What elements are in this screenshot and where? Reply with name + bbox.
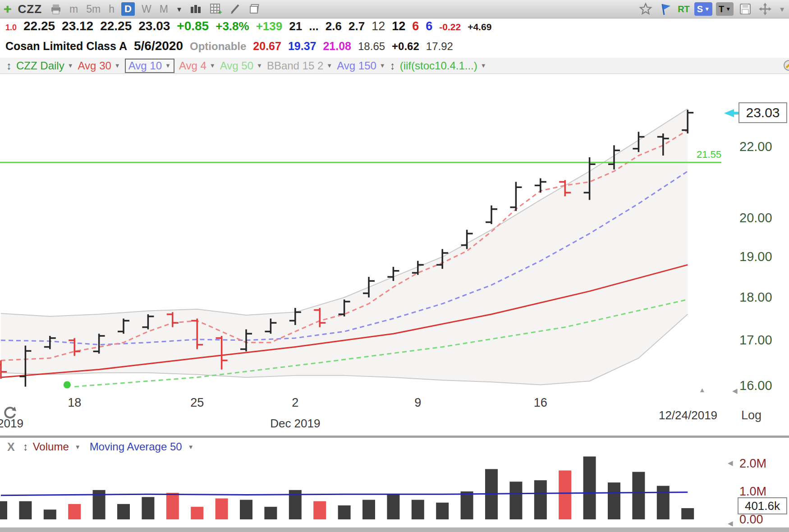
volume-last-value-badge: 401.6k <box>738 497 787 514</box>
volume-bar-11 <box>264 507 277 519</box>
volume-bar-23 <box>559 471 571 520</box>
volume-ma-label[interactable]: Moving Average 50 <box>90 440 182 453</box>
volume-scale-marker-bottom-icon[interactable]: ◀ <box>728 519 733 527</box>
volume-bar-6 <box>142 497 154 519</box>
ohlc-bar-12/16 <box>535 178 546 193</box>
volume-bar-26 <box>632 472 645 519</box>
volume-bar-5 <box>117 504 130 519</box>
volume-bar-18 <box>436 503 449 519</box>
pane-divider[interactable] <box>0 436 789 438</box>
resize-pane-icon[interactable]: ↕ <box>23 440 28 453</box>
volume-bar-16 <box>387 494 399 519</box>
scroll-left-marker-icon[interactable]: ◀ <box>732 387 738 395</box>
volume-bar-13 <box>313 501 326 519</box>
volume-bar-17 <box>412 500 424 519</box>
refresh-icon[interactable] <box>3 405 18 420</box>
last-price-marker-icon <box>724 108 739 118</box>
volume-bar-28 <box>681 508 694 519</box>
volume-bar-3 <box>68 504 81 519</box>
ohlc-bar-12/13 <box>510 182 522 211</box>
volume-bar-10 <box>240 500 252 519</box>
volume-scale-marker-top-icon[interactable]: ◀ <box>728 459 733 467</box>
chart-application-window: + CZZ m5mhDWM ▼ + RT S▼ T▼ <box>0 0 789 532</box>
volume-pane-header: X ↕ Volume ▼ Moving Average 50 ▼ <box>0 438 789 455</box>
volume-bar-7 <box>166 493 179 519</box>
volume-bar-1 <box>19 501 32 519</box>
volume-bar-21 <box>509 482 522 519</box>
volume-bar-24 <box>583 457 596 520</box>
volume-bar-9 <box>216 499 228 520</box>
volume-ma-dropdown-icon[interactable]: ▼ <box>188 444 194 450</box>
close-pane-button[interactable]: X <box>7 440 15 454</box>
volume-bar-22 <box>534 480 547 519</box>
volume-bar-19 <box>461 491 473 519</box>
volume-dropdown-icon[interactable]: ▼ <box>75 444 81 450</box>
volume-bar-25 <box>608 482 620 519</box>
bottom-edge-bar <box>0 527 789 532</box>
last-price-badge: 23.03 <box>739 102 787 123</box>
volume-indicator-label[interactable]: Volume <box>33 440 69 453</box>
volume-bar-15 <box>362 500 375 519</box>
scroll-up-marker-icon[interactable]: ▲ <box>699 386 706 394</box>
volume-bar-14 <box>338 505 351 519</box>
volume-bar-8 <box>191 507 203 519</box>
volume-bar-0 <box>0 501 7 519</box>
volume-bar-27 <box>657 486 670 519</box>
volume-bar-2 <box>44 509 56 519</box>
ohlc-bar-12/12 <box>486 206 497 224</box>
bollinger-band-fill <box>1 109 688 385</box>
signal-dot <box>64 381 71 389</box>
